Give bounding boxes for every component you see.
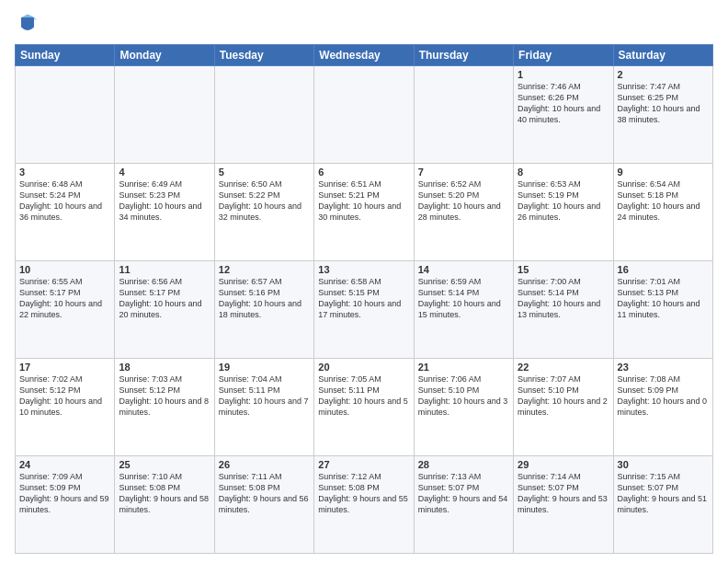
cell-info: Sunrise: 7:03 AM Sunset: 5:12 PM Dayligh… — [119, 373, 210, 419]
calendar-cell: 23Sunrise: 7:08 AM Sunset: 5:09 PM Dayli… — [613, 359, 712, 456]
day-of-week-header: Sunday — [16, 45, 115, 66]
day-number: 1 — [518, 69, 609, 80]
day-number: 14 — [418, 264, 509, 275]
calendar-cell: 11Sunrise: 6:56 AM Sunset: 5:17 PM Dayli… — [115, 261, 214, 359]
day-number: 11 — [119, 264, 210, 275]
day-number: 2 — [618, 69, 709, 80]
day-number: 16 — [618, 264, 709, 275]
day-of-week-header: Saturday — [613, 45, 712, 66]
cell-info: Sunrise: 6:52 AM Sunset: 5:20 PM Dayligh… — [418, 178, 509, 224]
cell-info: Sunrise: 7:08 AM Sunset: 5:09 PM Dayligh… — [618, 373, 709, 419]
calendar-cell: 27Sunrise: 7:12 AM Sunset: 5:08 PM Dayli… — [314, 456, 414, 554]
day-number: 28 — [418, 459, 509, 470]
cell-info: Sunrise: 6:57 AM Sunset: 5:16 PM Dayligh… — [219, 276, 310, 321]
day-number: 25 — [119, 459, 210, 470]
calendar-cell: 21Sunrise: 7:06 AM Sunset: 5:10 PM Dayli… — [414, 359, 513, 456]
day-number: 15 — [518, 264, 609, 275]
calendar: SundayMondayTuesdayWednesdayThursdayFrid… — [15, 44, 713, 554]
day-of-week-header: Thursday — [414, 45, 513, 66]
calendar-cell: 28Sunrise: 7:13 AM Sunset: 5:07 PM Dayli… — [414, 456, 513, 554]
calendar-cell — [115, 66, 214, 164]
calendar-cell: 3Sunrise: 6:48 AM Sunset: 5:24 PM Daylig… — [16, 164, 115, 261]
day-number: 10 — [19, 264, 110, 275]
calendar-cell: 25Sunrise: 7:10 AM Sunset: 5:08 PM Dayli… — [115, 456, 214, 554]
calendar-cell: 30Sunrise: 7:15 AM Sunset: 5:07 PM Dayli… — [613, 456, 712, 554]
day-number: 22 — [518, 362, 609, 373]
cell-info: Sunrise: 7:09 AM Sunset: 5:09 PM Dayligh… — [19, 471, 110, 516]
day-number: 13 — [318, 264, 409, 275]
calendar-week-row: 3Sunrise: 6:48 AM Sunset: 5:24 PM Daylig… — [16, 164, 713, 261]
calendar-cell: 20Sunrise: 7:05 AM Sunset: 5:11 PM Dayli… — [314, 359, 414, 456]
cell-info: Sunrise: 6:51 AM Sunset: 5:21 PM Dayligh… — [318, 178, 409, 224]
cell-info: Sunrise: 6:53 AM Sunset: 5:19 PM Dayligh… — [518, 178, 609, 224]
cell-info: Sunrise: 6:48 AM Sunset: 5:24 PM Dayligh… — [19, 178, 110, 224]
day-number: 7 — [418, 167, 509, 178]
cell-info: Sunrise: 6:54 AM Sunset: 5:18 PM Dayligh… — [618, 178, 709, 224]
cell-info: Sunrise: 7:11 AM Sunset: 5:08 PM Dayligh… — [219, 471, 310, 516]
day-of-week-header: Monday — [115, 45, 214, 66]
cell-info: Sunrise: 7:47 AM Sunset: 6:25 PM Dayligh… — [618, 81, 709, 126]
logo — [15, 11, 44, 37]
day-number: 27 — [318, 459, 409, 470]
calendar-header-row: SundayMondayTuesdayWednesdayThursdayFrid… — [16, 45, 713, 66]
cell-info: Sunrise: 7:02 AM Sunset: 5:12 PM Dayligh… — [19, 373, 110, 419]
day-number: 29 — [518, 459, 609, 470]
day-number: 21 — [418, 362, 509, 373]
cell-info: Sunrise: 7:05 AM Sunset: 5:11 PM Dayligh… — [318, 373, 409, 419]
calendar-week-row: 24Sunrise: 7:09 AM Sunset: 5:09 PM Dayli… — [16, 456, 713, 554]
day-number: 19 — [219, 362, 310, 373]
calendar-cell: 14Sunrise: 6:59 AM Sunset: 5:14 PM Dayli… — [414, 261, 513, 359]
day-of-week-header: Friday — [514, 45, 613, 66]
calendar-cell: 19Sunrise: 7:04 AM Sunset: 5:11 PM Dayli… — [214, 359, 313, 456]
cell-info: Sunrise: 6:58 AM Sunset: 5:15 PM Dayligh… — [318, 276, 409, 321]
calendar-cell: 16Sunrise: 7:01 AM Sunset: 5:13 PM Dayli… — [613, 261, 712, 359]
cell-info: Sunrise: 7:14 AM Sunset: 5:07 PM Dayligh… — [518, 471, 609, 516]
cell-info: Sunrise: 7:10 AM Sunset: 5:08 PM Dayligh… — [119, 471, 210, 516]
calendar-cell: 1Sunrise: 7:46 AM Sunset: 6:26 PM Daylig… — [514, 66, 613, 164]
calendar-cell: 2Sunrise: 7:47 AM Sunset: 6:25 PM Daylig… — [613, 66, 712, 164]
cell-info: Sunrise: 6:50 AM Sunset: 5:22 PM Dayligh… — [219, 178, 310, 224]
calendar-cell — [414, 66, 513, 164]
calendar-cell — [16, 66, 115, 164]
cell-info: Sunrise: 7:01 AM Sunset: 5:13 PM Dayligh… — [618, 276, 709, 321]
calendar-cell: 4Sunrise: 6:49 AM Sunset: 5:23 PM Daylig… — [115, 164, 214, 261]
cell-info: Sunrise: 6:59 AM Sunset: 5:14 PM Dayligh… — [418, 276, 509, 321]
calendar-cell — [214, 66, 313, 164]
calendar-week-row: 17Sunrise: 7:02 AM Sunset: 5:12 PM Dayli… — [16, 359, 713, 456]
calendar-cell: 8Sunrise: 6:53 AM Sunset: 5:19 PM Daylig… — [514, 164, 613, 261]
day-number: 30 — [618, 459, 709, 470]
day-of-week-header: Wednesday — [314, 45, 414, 66]
calendar-cell: 15Sunrise: 7:00 AM Sunset: 5:14 PM Dayli… — [514, 261, 613, 359]
cell-info: Sunrise: 6:49 AM Sunset: 5:23 PM Dayligh… — [119, 178, 210, 224]
calendar-cell: 6Sunrise: 6:51 AM Sunset: 5:21 PM Daylig… — [314, 164, 414, 261]
cell-info: Sunrise: 7:00 AM Sunset: 5:14 PM Dayligh… — [518, 276, 609, 321]
calendar-cell: 17Sunrise: 7:02 AM Sunset: 5:12 PM Dayli… — [16, 359, 115, 456]
logo-icon — [15, 11, 40, 37]
cell-info: Sunrise: 6:55 AM Sunset: 5:17 PM Dayligh… — [19, 276, 110, 321]
calendar-cell: 13Sunrise: 6:58 AM Sunset: 5:15 PM Dayli… — [314, 261, 414, 359]
day-number: 9 — [618, 167, 709, 178]
page: SundayMondayTuesdayWednesdayThursdayFrid… — [0, 0, 728, 563]
cell-info: Sunrise: 7:46 AM Sunset: 6:26 PM Dayligh… — [518, 81, 609, 126]
calendar-cell: 10Sunrise: 6:55 AM Sunset: 5:17 PM Dayli… — [16, 261, 115, 359]
cell-info: Sunrise: 6:56 AM Sunset: 5:17 PM Dayligh… — [119, 276, 210, 321]
day-number: 8 — [518, 167, 609, 178]
calendar-cell — [314, 66, 414, 164]
calendar-week-row: 10Sunrise: 6:55 AM Sunset: 5:17 PM Dayli… — [16, 261, 713, 359]
header — [15, 11, 713, 37]
day-number: 24 — [19, 459, 110, 470]
cell-info: Sunrise: 7:12 AM Sunset: 5:08 PM Dayligh… — [318, 471, 409, 516]
calendar-cell: 26Sunrise: 7:11 AM Sunset: 5:08 PM Dayli… — [214, 456, 313, 554]
day-number: 18 — [119, 362, 210, 373]
day-number: 6 — [318, 167, 409, 178]
cell-info: Sunrise: 7:07 AM Sunset: 5:10 PM Dayligh… — [518, 373, 609, 419]
calendar-cell: 18Sunrise: 7:03 AM Sunset: 5:12 PM Dayli… — [115, 359, 214, 456]
calendar-cell: 22Sunrise: 7:07 AM Sunset: 5:10 PM Dayli… — [514, 359, 613, 456]
calendar-cell: 9Sunrise: 6:54 AM Sunset: 5:18 PM Daylig… — [613, 164, 712, 261]
cell-info: Sunrise: 7:06 AM Sunset: 5:10 PM Dayligh… — [418, 373, 509, 419]
day-number: 12 — [219, 264, 310, 275]
day-number: 26 — [219, 459, 310, 470]
day-number: 23 — [618, 362, 709, 373]
day-number: 17 — [19, 362, 110, 373]
calendar-cell: 29Sunrise: 7:14 AM Sunset: 5:07 PM Dayli… — [514, 456, 613, 554]
